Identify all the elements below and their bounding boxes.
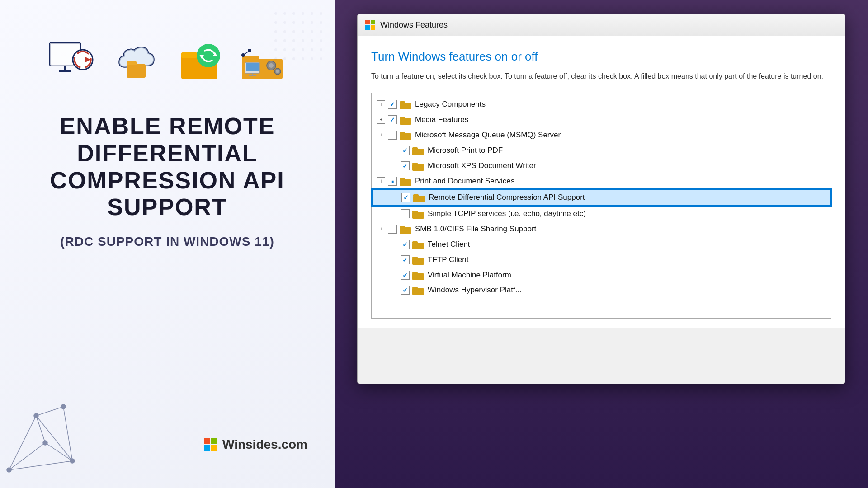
svg-point-6 [274, 21, 277, 24]
svg-point-2 [292, 12, 295, 15]
windows-icon [203, 437, 218, 452]
feature-item-print-doc[interactable]: + Print and Document Services [372, 174, 831, 189]
svg-rect-99 [413, 194, 419, 197]
svg-point-13 [283, 30, 286, 33]
feature-item-tcpip[interactable]: Simple TCPIP services (i.e. echo, daytim… [372, 206, 831, 221]
checkbox-telnet[interactable] [401, 240, 410, 249]
feature-item-xps[interactable]: Microsoft XPS Document Writer [372, 158, 831, 174]
svg-point-10 [311, 21, 313, 24]
svg-rect-97 [400, 178, 405, 180]
svg-rect-107 [412, 257, 418, 259]
svg-point-29 [320, 48, 322, 51]
svg-point-8 [292, 21, 295, 24]
svg-rect-87 [400, 101, 405, 103]
folder-icon-tcpip [412, 209, 424, 219]
svg-point-12 [274, 30, 277, 33]
feature-item-tftp[interactable]: TFTP Client [372, 252, 831, 267]
svg-rect-110 [412, 288, 424, 295]
checkbox-rdc[interactable] [401, 193, 410, 202]
dot-pattern-decoration [271, 9, 326, 63]
cloud-icon [111, 36, 160, 86]
checkbox-msmq[interactable] [388, 131, 397, 140]
no-expand-tcpip [390, 210, 398, 218]
expand-print-doc-btn[interactable]: + [377, 177, 385, 185]
folder-icon-xps [412, 161, 424, 171]
svg-rect-103 [400, 226, 405, 228]
no-expand-vmp [390, 271, 398, 279]
checkbox-smb[interactable] [388, 225, 397, 234]
svg-point-16 [311, 30, 313, 33]
checkbox-print-pdf[interactable] [401, 146, 410, 155]
feature-item-legacy[interactable]: + Legacy Components [372, 97, 831, 112]
feature-label-tcpip: Simple TCPIP services (i.e. echo, daytim… [428, 209, 586, 218]
feature-item-vmp[interactable]: Virtual Machine Platform [372, 267, 831, 283]
svg-rect-104 [412, 243, 424, 249]
brand-logo: Winsides.com [203, 437, 307, 452]
svg-point-77 [7, 468, 11, 472]
svg-point-11 [320, 21, 322, 24]
folder-icon-rdc [413, 192, 425, 202]
folder-icon-wsl [412, 285, 424, 295]
svg-rect-98 [413, 196, 425, 202]
svg-point-23 [320, 39, 322, 42]
svg-point-30 [274, 57, 277, 60]
checkbox-tftp[interactable] [401, 255, 410, 264]
svg-point-81 [61, 404, 66, 409]
svg-point-21 [302, 39, 304, 42]
feature-label-smb: SMB 1.0/CIFS File Sharing Support [415, 225, 536, 234]
dialog-heading: Turn Windows features on or off [371, 50, 831, 64]
svg-rect-90 [400, 133, 411, 140]
feature-item-print-pdf[interactable]: Microsoft Print to PDF [372, 143, 831, 158]
svg-line-72 [36, 416, 45, 443]
svg-point-20 [292, 39, 295, 42]
checkbox-vmp[interactable] [401, 271, 410, 280]
svg-point-0 [274, 12, 277, 15]
expand-msmq-btn[interactable]: + [377, 131, 385, 139]
checkbox-tcpip[interactable] [401, 209, 410, 218]
svg-rect-106 [412, 258, 424, 265]
checkbox-xps[interactable] [401, 161, 410, 170]
dialog-title-icon [365, 19, 376, 30]
feature-label-legacy: Legacy Components [415, 100, 486, 109]
svg-line-73 [9, 416, 36, 470]
svg-point-4 [311, 12, 313, 15]
folder-icon-media [400, 115, 411, 125]
feature-label-tftp: TFTP Client [428, 255, 468, 264]
svg-point-24 [274, 48, 277, 51]
checkbox-legacy[interactable] [388, 100, 397, 109]
svg-rect-43 [127, 64, 146, 78]
feature-item-telnet[interactable]: Telnet Client [372, 237, 831, 252]
svg-rect-67 [204, 445, 210, 451]
svg-line-70 [45, 443, 72, 461]
svg-rect-109 [412, 272, 418, 274]
dialog-title-text: Windows Features [380, 20, 448, 30]
expand-media-btn[interactable]: + [377, 116, 385, 124]
feature-item-smb[interactable]: + SMB 1.0/CIFS File Sharing Support [372, 221, 831, 237]
svg-rect-55 [246, 63, 259, 71]
expand-smb-btn[interactable]: + [377, 225, 385, 233]
checkbox-media[interactable] [388, 115, 397, 124]
svg-point-3 [302, 12, 304, 15]
folder-icon-print-doc [400, 176, 411, 186]
feature-item-media[interactable]: + Media Features [372, 112, 831, 127]
feature-item-msmq[interactable]: + Microsoft Message Queue (MSMQ) Server [372, 127, 831, 143]
svg-point-79 [70, 459, 75, 463]
expand-legacy-btn[interactable]: + [377, 100, 385, 108]
feature-item-wsl[interactable]: Windows Hypervisor Platf... [372, 283, 831, 297]
main-title: ENABLE REMOTE DIFFERENTIAL COMPRESSION A… [18, 113, 316, 221]
checkbox-print-doc[interactable] [388, 177, 397, 186]
svg-point-80 [34, 413, 38, 418]
no-expand-tftp [390, 256, 398, 264]
feature-label-telnet: Telnet Client [428, 240, 470, 249]
feature-item-rdc[interactable]: Remote Differential Compression API Supp… [372, 189, 831, 206]
svg-point-27 [302, 48, 304, 51]
feature-label-xps: Microsoft XPS Document Writer [428, 161, 536, 170]
folder-icon-tftp [412, 255, 424, 265]
svg-rect-82 [365, 20, 370, 24]
checkbox-wsl[interactable] [401, 286, 410, 295]
svg-point-32 [292, 57, 295, 60]
svg-rect-96 [400, 179, 411, 186]
folder-icon-telnet [412, 239, 424, 249]
svg-point-28 [311, 48, 313, 51]
svg-rect-102 [400, 227, 411, 234]
